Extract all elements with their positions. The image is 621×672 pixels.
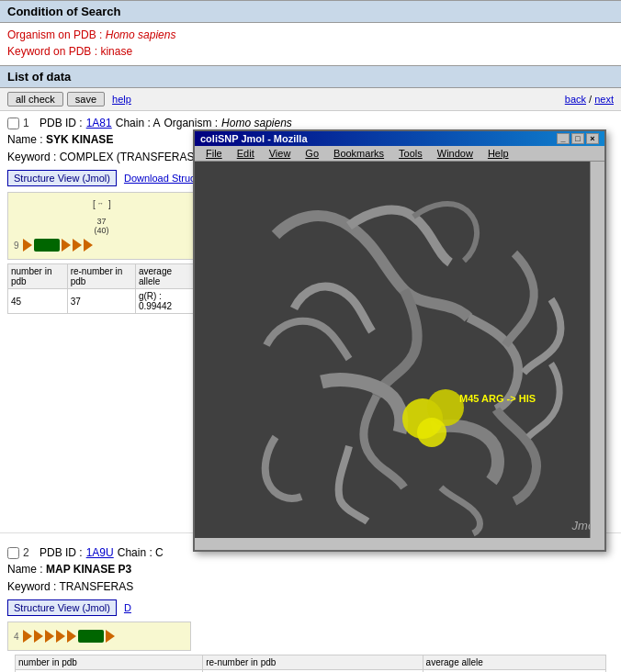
arrow2-4	[56, 630, 65, 643]
svg-text:↔: ↔	[97, 200, 104, 207]
entry-1-header: 1 PDB ID : 1A81 Chain : A Organism : Hom…	[7, 117, 614, 129]
entry-1-organism-value: Homo sapiens	[221, 117, 292, 129]
left-panel-1: [ ↔ ] 37 (40) 9	[7, 192, 196, 314]
menu-help[interactable]: Help	[480, 147, 516, 160]
menu-go[interactable]: Go	[298, 147, 326, 160]
svg-text:]: ]	[108, 199, 111, 209]
arrow-1	[23, 239, 32, 252]
structure-view-button-2[interactable]: Structure View (Jmol)	[7, 599, 117, 616]
entry-2-table-area: number in pdb re-number in pdb average a…	[7, 655, 614, 672]
save-button[interactable]: save	[67, 92, 105, 106]
condition-block: Organism on PDB : Homo sapiens Keyword o…	[0, 23, 621, 65]
svg-text:[: [	[93, 199, 96, 209]
minimize-button[interactable]: _	[557, 133, 570, 144]
snp-visual-box-1: [ ↔ ] 37 (40) 9	[7, 192, 196, 260]
condition-section: Condition of Search Organism on PDB : Ho…	[0, 0, 621, 65]
back-link[interactable]: back	[565, 94, 586, 105]
close-button[interactable]: ×	[586, 133, 599, 144]
structure-view-button-1[interactable]: Structure View (Jmol)	[7, 170, 117, 186]
menu-edit[interactable]: Edit	[230, 147, 262, 160]
arrow2-6	[106, 630, 115, 643]
jmol-title: coliSNP Jmol - Mozilla	[200, 133, 308, 144]
table-cell: 37	[67, 289, 135, 314]
entry-1-checkbox[interactable]	[7, 118, 19, 129]
arrow2-1	[23, 630, 32, 643]
snp-header-1: [ ↔ ]	[12, 196, 191, 215]
entry-1-pdb-id[interactable]: 1A81	[86, 117, 112, 129]
entry-2-name-value: MAP KINASE P3	[46, 563, 131, 576]
next-link[interactable]: next	[594, 94, 614, 105]
data-table-2: number in pdb re-number in pdb average a…	[15, 655, 606, 672]
list-header: List of data	[0, 65, 621, 88]
protein-structure-svg: M45 ARG -> HIS	[195, 162, 604, 538]
arrow2-2	[34, 630, 43, 643]
download-structure-link-2[interactable]: D	[124, 602, 131, 613]
menu-bookmarks[interactable]: Bookmarks	[326, 147, 391, 160]
table-cell: 45	[8, 289, 68, 314]
jmol-content: M45 ARG -> HIS Jmol	[195, 162, 604, 538]
entry-2-info: Name : MAP KINASE P3 Keyword : TRANSFERA…	[7, 561, 614, 596]
nav-links: back / next	[565, 94, 614, 105]
snp-sub-1: (40)	[12, 226, 191, 235]
condition-header: Condition of Search	[0, 0, 621, 23]
entry-1-chain: Chain : A	[116, 117, 161, 129]
menu-tools[interactable]: Tools	[391, 147, 430, 160]
menu-window[interactable]: Window	[430, 147, 480, 160]
table-cell: g(R) : 0.99442	[135, 289, 195, 314]
arrow2-3	[45, 630, 54, 643]
all-check-button[interactable]: all check	[7, 92, 63, 106]
scrollbar-right[interactable]	[590, 162, 604, 538]
entry-2-number: 2	[23, 546, 36, 559]
condition-keyword: Keyword on PDB : kinase	[7, 43, 614, 60]
arrow2-5	[67, 630, 76, 643]
entry-1-pdb-label: PDB ID :	[40, 117, 83, 129]
arrow-3	[73, 239, 82, 252]
entry-2-snp-area: 4	[7, 622, 614, 651]
snp-icon: [ ↔ ]	[88, 196, 116, 215]
green-bar-2	[78, 630, 104, 643]
list-section: List of data all check save help back / …	[0, 65, 621, 111]
entry-1-name-value: SYK KINASE	[46, 133, 113, 146]
snp-visual-box-2: 4	[7, 622, 191, 651]
window-controls: _ □ ×	[557, 133, 599, 144]
entry-1-organism-label: Organism :	[164, 117, 218, 129]
entry-1: 1 PDB ID : 1A81 Chain : A Organism : Hom…	[0, 111, 621, 533]
jmol-window: coliSNP Jmol - Mozilla _ □ × File Edit V…	[193, 129, 606, 552]
entry-2: 2 PDB ID : 1A9U Chain : C Name : MAP KIN…	[0, 541, 621, 672]
maximize-button[interactable]: □	[571, 133, 584, 144]
entry-2-chain: Chain : C	[118, 546, 164, 559]
entry-2-actions: Structure View (Jmol) D	[7, 599, 614, 616]
menu-view[interactable]: View	[262, 147, 299, 160]
jmol-menubar: File Edit View Go Bookmarks Tools Window…	[195, 146, 604, 162]
help-link[interactable]: help	[112, 94, 131, 105]
snp-arrows-2: 4	[12, 626, 186, 646]
green-bar-1	[34, 239, 60, 252]
entry-2-pdb-id[interactable]: 1A9U	[86, 546, 114, 559]
entry-2-keyword-value: TRANSFERAS	[59, 580, 133, 593]
entry-1-number: 1	[23, 117, 36, 129]
mutation-text: M45 ARG -> HIS	[459, 393, 536, 404]
arrow-2	[62, 239, 71, 252]
condition-organism: Organism on PDB : Homo sapiens	[7, 27, 614, 43]
data-table-1: number in pdb re-number in pdb average a…	[7, 263, 196, 314]
table-row: 4537g(R) : 0.99442	[8, 289, 196, 314]
snp-arrows-1: 9	[12, 235, 191, 255]
jmol-titlebar: coliSNP Jmol - Mozilla _ □ ×	[195, 131, 604, 146]
snp-count-1: 37	[12, 217, 191, 226]
toolbar: all check save help back / next	[0, 88, 621, 111]
arrow-4	[84, 239, 93, 252]
entry-2-keyword: Keyword : TRANSFERAS	[7, 578, 614, 596]
entry-2-name: Name : MAP KINASE P3	[7, 561, 614, 578]
mutation-sphere-3	[417, 418, 446, 447]
entry-2-checkbox[interactable]	[7, 547, 19, 559]
entry-2-pdb-label: PDB ID :	[40, 546, 83, 559]
menu-file[interactable]: File	[198, 147, 230, 160]
